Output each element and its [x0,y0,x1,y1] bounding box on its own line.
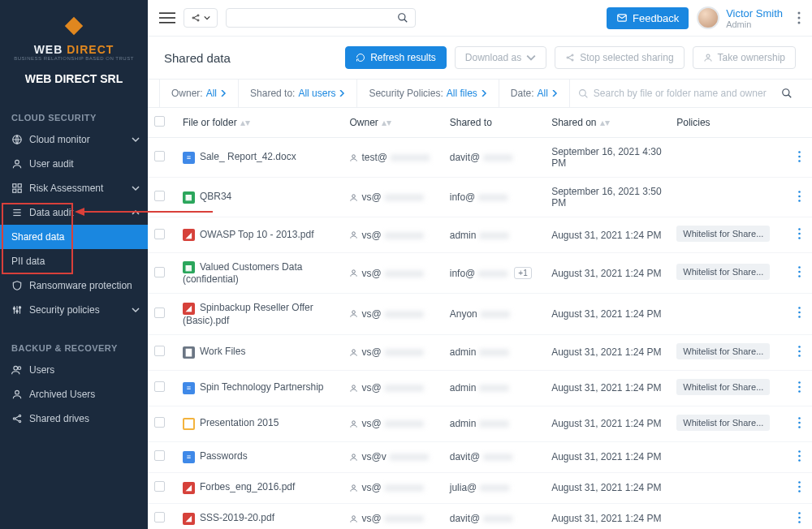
sidebar-item-pii-data[interactable]: PII data [0,249,148,273]
table-row[interactable]: ≡Spin Technology Partnershipvs@xxxxxxxxa… [148,370,812,406]
sidebar-item-cloud-monitor[interactable]: Cloud monitor [0,127,148,152]
row-more-icon[interactable] [798,266,801,277]
redacted-text: xxxxxxxx [385,382,424,394]
select-all-checkbox[interactable] [154,116,165,127]
stop-sharing-button[interactable]: Stop selected sharing [555,46,684,69]
row-more-icon[interactable] [798,191,801,202]
feedback-button[interactable]: Feedback [607,7,689,29]
sort-icon[interactable]: ▴▾ [382,117,388,128]
owner-value: vs@ [361,191,381,203]
row-checkbox[interactable] [154,417,165,428]
filter-policies[interactable]: Security Policies: All files [357,80,499,107]
refresh-button[interactable]: Refresh results [345,46,447,69]
row-checkbox[interactable] [154,512,165,523]
table-row[interactable]: ≡Passwordsvs@vxxxxxxxxdavit@xxxxxxAugust… [148,441,812,472]
owner-value: vs@ [361,346,381,358]
row-more-icon[interactable] [798,512,801,523]
sidebar-item-security-policies[interactable]: Security policies [0,298,148,322]
search-submit-icon[interactable] [781,88,793,99]
svg-point-33 [398,14,404,20]
policy-pill[interactable]: Whitelist for Share... [676,379,770,395]
row-more-icon[interactable] [798,228,801,239]
svg-point-91 [798,516,801,518]
shared-value: julia@ [450,482,477,493]
avatar [697,6,719,29]
global-search-input[interactable] [233,12,397,24]
sidebar-item-users[interactable]: Users [0,358,148,382]
shared-date: August 31, 2021 1:24 PM [551,346,661,358]
column-header-policy[interactable]: Policies [676,117,710,128]
table-search-input[interactable] [594,88,776,99]
row-checkbox[interactable] [154,450,165,461]
row-checkbox[interactable] [154,267,165,277]
sidebar-item-risk-assessment[interactable]: Risk Assessment [0,176,148,200]
filter-owner[interactable]: Owner: All [159,80,239,107]
table-row[interactable]: Presentation 2015vs@xxxxxxxxadminxxxxxxA… [148,406,812,441]
sidebar-item-label: Shared drives [29,413,89,424]
sidebar-item-label: Archived Users [29,389,95,400]
column-header-date[interactable]: Shared on [551,117,596,128]
policy-pill[interactable]: Whitelist for Share... [676,226,770,242]
table-row[interactable]: ◢Forbes_eng_2016.pdfvs@xxxxxxxxjulia@xxx… [148,472,812,503]
row-more-icon[interactable] [798,346,801,357]
shared-value: admin [450,346,477,358]
sidebar-item-shared-data[interactable]: Shared data [0,225,148,249]
data-table-wrapper[interactable]: File or folder▴▾ Owner▴▾ Shared to Share… [148,108,812,529]
row-more-icon[interactable] [798,381,801,393]
row-more-icon[interactable] [798,417,801,428]
filter-shared-to[interactable]: Shared to: All users [239,80,357,107]
take-ownership-button[interactable]: Take ownership [693,46,796,69]
sidebar-item-user-audit[interactable]: User audit [0,152,148,176]
row-checkbox[interactable] [154,346,165,356]
column-header-owner[interactable]: Owner [349,117,378,128]
user-name: Victor Smith [726,7,783,19]
row-more-icon[interactable] [798,151,801,162]
table-row[interactable]: ▦QBR34vs@xxxxxxxxinfo@xxxxxxSeptember 16… [148,178,812,217]
column-header-file[interactable]: File or folder [183,117,237,128]
svg-point-40 [572,54,573,56]
global-search[interactable] [226,8,416,28]
archive-user-icon [11,389,23,400]
row-more-icon[interactable] [798,450,801,462]
table-row[interactable]: ▦Valued Customers Data (confidential)vs@… [148,253,812,294]
table-row[interactable]: ▇Work Filesvs@xxxxxxxxadminxxxxxxAugust … [148,334,812,370]
svg-point-15 [14,366,18,370]
sidebar-item-shared-drives[interactable]: Shared drives [0,406,148,431]
user-menu[interactable]: Victor Smith Admin [697,6,783,29]
table-search[interactable] [570,88,801,99]
svg-point-81 [352,454,356,457]
sort-icon[interactable]: ▴▾ [600,117,607,128]
sidebar-item-label: Ransomware protection [29,280,132,291]
row-more-icon[interactable] [798,307,801,318]
topbar-more-icon[interactable] [797,11,801,24]
plus-badge[interactable]: +1 [514,267,531,279]
share-dropdown[interactable] [184,8,218,28]
policy-pill[interactable]: Whitelist for Share... [676,264,770,280]
row-checkbox[interactable] [154,229,165,239]
row-checkbox[interactable] [154,191,165,201]
policy-pill[interactable]: Whitelist for Share... [676,343,770,359]
user-icon [703,53,713,62]
row-checkbox[interactable] [154,151,165,161]
table-row[interactable]: ◢OWASP Top 10 - 2013.pdfvs@xxxxxxxxadmin… [148,217,812,253]
table-row[interactable]: ≡Sale_ Report_42.docxtest@xxxxxxxxdavit@… [148,138,812,178]
svg-point-88 [798,490,801,492]
row-checkbox[interactable] [154,381,165,392]
row-checkbox[interactable] [154,481,165,492]
row-checkbox[interactable] [154,308,165,318]
download-button[interactable]: Download as [455,46,546,69]
svg-rect-2 [13,184,16,187]
table-row[interactable]: ◢SSS-2019-20.pdfvs@xxxxxxxxdavit@xxxxxxA… [148,503,812,529]
sidebar-item-archived-users[interactable]: Archived Users [0,382,148,406]
row-more-icon[interactable] [798,481,801,492]
menu-toggle-icon[interactable] [159,11,175,24]
policy-pill[interactable]: Whitelist for Share... [676,415,770,431]
sidebar-item-ransomware-protection[interactable]: Ransomware protection [0,273,148,298]
filter-date[interactable]: Date: All [499,80,570,107]
column-header-shared[interactable]: Shared to [450,117,492,128]
svg-point-44 [706,54,710,58]
redacted-text: xxxxxxxx [385,308,424,320]
table-row[interactable]: ◢Spinbackup Reseller Offer (Basic).pdfvs… [148,294,812,334]
sidebar-item-data-audit[interactable]: Data audit [0,200,148,225]
sort-icon[interactable]: ▴▾ [240,117,247,128]
